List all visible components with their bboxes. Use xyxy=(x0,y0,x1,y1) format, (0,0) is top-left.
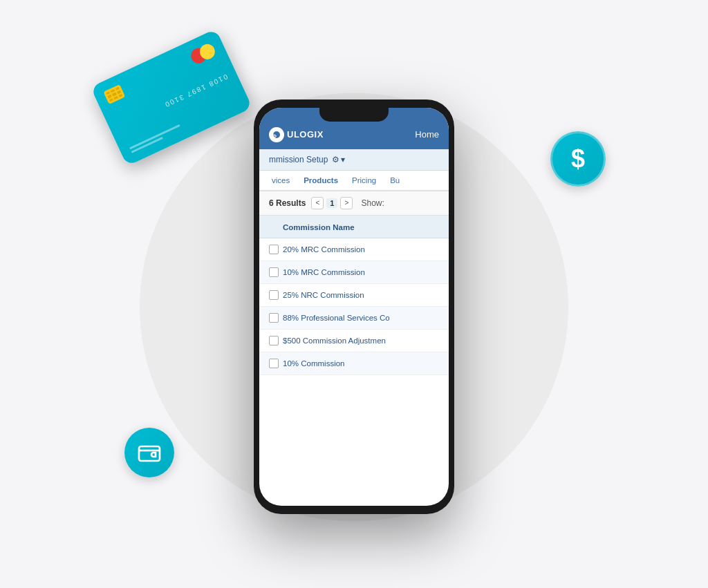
results-bar: 6 Results < 1 > Show: xyxy=(259,191,449,216)
row-checkbox[interactable] xyxy=(269,359,279,368)
table-row[interactable]: $500 Commission Adjustmen xyxy=(259,330,449,352)
phone-notch xyxy=(319,106,389,122)
commission-setup-title: mmission Setup xyxy=(269,155,328,164)
card-chip xyxy=(103,84,125,104)
tab-pricing[interactable]: Pricing xyxy=(345,171,383,191)
dollar-symbol: $ xyxy=(571,144,585,173)
table-row[interactable]: 25% NRC Commission xyxy=(259,284,449,307)
dollar-coin: $ xyxy=(550,131,606,187)
table-row[interactable]: 10% Commission xyxy=(259,352,449,375)
table-row[interactable]: 20% MRC Commission xyxy=(259,238,449,261)
app-logo-text: ULOGIX xyxy=(287,129,324,140)
results-count: 6 Results xyxy=(269,198,306,208)
current-page: 1 xyxy=(326,198,337,208)
tabs-bar: vices Products Pricing Bu xyxy=(259,171,449,191)
app-logo: b ULOGIX xyxy=(269,127,324,142)
home-link[interactable]: Home xyxy=(415,129,439,140)
row-checkbox[interactable] xyxy=(269,267,279,277)
commission-name: 10% MRC Commission xyxy=(283,268,439,276)
commission-setup-bar: mmission Setup ⚙ ▾ xyxy=(259,149,449,171)
dropdown-arrow-icon: ▾ xyxy=(341,155,345,164)
column-header-name: Commission Name xyxy=(283,223,355,231)
tab-services[interactable]: vices xyxy=(265,171,297,191)
prev-page-button[interactable]: < xyxy=(311,197,324,209)
wallet-bubble xyxy=(124,428,174,477)
scene: 0108 1897 3100 $ b xyxy=(0,0,708,588)
tab-products[interactable]: Products xyxy=(297,171,345,191)
app-logo-icon: b xyxy=(269,127,284,142)
tab-bu[interactable]: Bu xyxy=(383,171,407,191)
pagination: < 1 > xyxy=(311,197,353,209)
gear-icon: ⚙ xyxy=(332,155,339,164)
commission-name: $500 Commission Adjustmen xyxy=(283,336,439,345)
show-label: Show: xyxy=(361,198,384,208)
mastercard-logo xyxy=(189,41,218,66)
commission-name: 10% Commission xyxy=(283,359,439,368)
row-checkbox[interactable] xyxy=(269,245,279,254)
table-header: Commission Name xyxy=(259,216,449,238)
row-checkbox[interactable] xyxy=(269,290,279,300)
svg-text:b: b xyxy=(273,133,277,139)
row-checkbox[interactable] xyxy=(269,336,279,345)
commission-name: 20% MRC Commission xyxy=(283,245,439,254)
phone-screen: b ULOGIX Home mmission Setup ⚙ ▾ vices xyxy=(259,108,449,506)
commission-table: Commission Name 20% MRC Commission 10% M… xyxy=(259,216,449,506)
table-row[interactable]: 88% Professional Services Co xyxy=(259,307,449,330)
phone: b ULOGIX Home mmission Setup ⚙ ▾ vices xyxy=(254,99,454,514)
commission-name: 88% Professional Services Co xyxy=(283,314,439,322)
next-page-button[interactable]: > xyxy=(340,197,353,209)
commission-name: 25% NRC Commission xyxy=(283,291,439,299)
row-checkbox[interactable] xyxy=(269,313,279,323)
svg-rect-0 xyxy=(139,446,160,461)
table-row[interactable]: 10% MRC Commission xyxy=(259,261,449,284)
gear-dropdown[interactable]: ⚙ ▾ xyxy=(332,155,345,164)
